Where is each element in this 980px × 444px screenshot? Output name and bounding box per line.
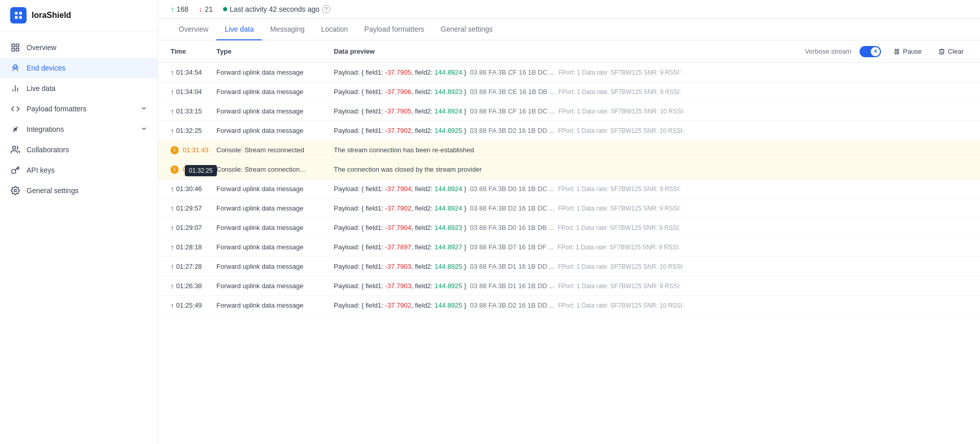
row-time: ↑01:32:25	[170, 127, 216, 135]
sidebar-item-payload-formatters[interactable]: Payload formatters	[0, 99, 158, 119]
payload-end: }	[462, 68, 467, 76]
pause-label: Pause	[903, 48, 922, 55]
table-row[interactable]: ↑01:34:54Forward uplink data messagePayl…	[158, 63, 980, 82]
sidebar-item-label: Collaborators	[27, 146, 69, 154]
payload-label: Payload: { field1:	[334, 88, 385, 96]
payload-end: }	[462, 301, 467, 309]
meta-data: FPort: 1 Data rate: SF7BW125 SNR: 9 RSSI…	[558, 185, 680, 193]
chevron-down-icon	[140, 105, 148, 113]
field1-value: -37.7902	[385, 127, 411, 134]
payload-end: }	[462, 107, 467, 115]
table-row[interactable]: ↑01:29:07Forward uplink data messagePayl…	[158, 218, 980, 238]
row-data-value: Payload: { field1: -37.7902, field2: 144…	[334, 301, 968, 309]
field1-value: -37.7902	[385, 204, 411, 212]
meta-data: FPort: 1 Data rate: SF7BW125 SNR: 9 RSSI…	[558, 205, 680, 212]
sidebar-item-label: General settings	[27, 186, 79, 195]
help-icon[interactable]: ?	[322, 5, 330, 13]
table-row[interactable]: ↑01:27:28Forward uplink data messagePayl…	[158, 257, 980, 276]
field1-value: -37.7903	[385, 263, 411, 270]
svg-point-15	[13, 146, 16, 149]
row-type-value: Forward uplink data message	[216, 204, 334, 212]
payload-label: Payload: { field1:	[334, 263, 385, 270]
row-time-value: 01:33:15	[176, 107, 202, 115]
row-data-value: The stream connection has been re-establ…	[334, 146, 968, 154]
table-row[interactable]: i01:31:36Console: Stream connection…The …	[158, 160, 980, 179]
up-stat: ↑ 168	[170, 5, 188, 13]
table-row[interactable]: i01:31:43Console: Stream reconnectedThe …	[158, 141, 980, 160]
pause-button[interactable]: Pause	[889, 45, 926, 57]
svg-point-8	[14, 65, 17, 68]
row-time: ↑01:30:46	[170, 185, 216, 193]
field-sep: , field2:	[411, 107, 435, 115]
tab-overview[interactable]: Overview	[170, 19, 216, 40]
sidebar-item-integrations[interactable]: Integrations	[0, 119, 158, 139]
field-sep: , field2:	[411, 282, 435, 290]
table-row[interactable]: ↑01:32:25Forward uplink data messagePayl…	[158, 121, 980, 141]
tab-payload-formatters[interactable]: Payload formatters	[356, 19, 433, 40]
meta-data: FPort: 1 Data rate: SF7BW125 SNR: 9 RSSI…	[558, 88, 681, 96]
activity-text: Last activity 42 seconds ago	[230, 5, 320, 13]
uplink-arrow-icon: ↑	[170, 224, 174, 232]
down-arrow-icon: ↓	[199, 5, 202, 13]
row-time: ↑01:34:04	[170, 88, 216, 96]
tab-general-settings[interactable]: General settings	[432, 19, 501, 40]
table-row[interactable]: ↑01:34:04Forward uplink data messagePayl…	[158, 82, 980, 102]
field2-value: 144.8923	[434, 88, 462, 96]
row-time-value: 01:27:28	[176, 263, 202, 270]
verbose-label: Verbose stream	[805, 48, 851, 55]
sidebar-item-general-settings[interactable]: General settings	[0, 180, 158, 201]
row-data-value: Payload: { field1: -37.7902, field2: 144…	[334, 204, 968, 212]
uplink-arrow-icon: ↑	[170, 127, 174, 135]
uplink-arrow-icon: ↑	[170, 204, 174, 213]
payload-end: }	[462, 185, 467, 193]
verbose-toggle[interactable]: ✕	[860, 46, 881, 57]
payload-label: Payload: { field1:	[334, 301, 385, 309]
row-time: ↑01:25:49	[170, 301, 216, 310]
bar-chart-icon	[10, 83, 20, 94]
tab-live-data[interactable]: Live data	[216, 19, 262, 40]
table-row[interactable]: ↑01:30:46Forward uplink data messagePayl…	[158, 179, 980, 199]
sidebar-item-overview[interactable]: Overview	[0, 37, 158, 58]
row-time-value: 01:30:46	[176, 185, 202, 193]
row-type-value: Forward uplink data message	[216, 301, 334, 309]
main-content: ↑ 168 ↓ 21 Last activity 42 seconds ago …	[158, 0, 980, 444]
field1-value: -37.7897	[385, 243, 411, 251]
row-time-value: 01:32:25	[176, 127, 202, 134]
table-row[interactable]: ↑01:33:15Forward uplink data messagePayl…	[158, 102, 980, 121]
field2-value: 144.8925	[434, 263, 462, 270]
sidebar-item-collaborators[interactable]: Collaborators	[0, 139, 158, 160]
clear-button[interactable]: Clear	[934, 45, 968, 57]
row-time: ↑01:28:18	[170, 243, 216, 251]
hex-data: 03 88 FA 3B D2 16 1B DD ...	[470, 301, 554, 309]
app-logo[interactable]: loraShield	[0, 0, 158, 31]
row-time-value: 01:26:38	[176, 282, 202, 290]
sidebar-item-live-data[interactable]: Live data	[0, 78, 158, 99]
payload-label: Payload: { field1:	[334, 127, 385, 134]
tab-location[interactable]: Location	[313, 19, 356, 40]
payload-label: Payload: { field1:	[334, 107, 385, 115]
table-row[interactable]: ↑01:29:57Forward uplink data messagePayl…	[158, 199, 980, 218]
up-arrow-icon: ↑	[170, 5, 174, 13]
grid-icon	[10, 42, 20, 53]
row-time-value: 01:29:57	[176, 204, 202, 212]
table-row[interactable]: ↑01:28:18Forward uplink data messagePayl…	[158, 238, 980, 257]
activity-dot-icon	[223, 7, 227, 11]
logo-icon	[10, 7, 27, 24]
table-row[interactable]: ↑01:25:49Forward uplink data messagePayl…	[158, 296, 980, 315]
field1-value: -37.7906	[385, 88, 411, 96]
sidebar-item-end-devices[interactable]: End devices	[0, 58, 158, 78]
hex-data: 03 88 FA 3B D2 16 1B DC ...	[470, 204, 554, 212]
sidebar-item-label: Overview	[27, 43, 56, 52]
row-type-value: Console: Stream connection…	[216, 166, 334, 173]
hex-data: 03 88 FA 3B CE 16 1B DB ...	[470, 88, 555, 96]
sidebar-item-api-keys[interactable]: API keys	[0, 160, 158, 180]
tab-messaging[interactable]: Messaging	[262, 19, 313, 40]
row-type-value: Forward uplink data message	[216, 185, 334, 193]
row-data-value: Payload: { field1: -37.7902, field2: 144…	[334, 127, 968, 134]
field-sep: , field2:	[411, 204, 435, 212]
row-data-value: Payload: { field1: -37.7906, field2: 144…	[334, 88, 968, 96]
col-time-header: Time	[170, 48, 216, 55]
row-time: ↑01:26:38	[170, 282, 216, 290]
table-row[interactable]: ↑01:26:38Forward uplink data messagePayl…	[158, 276, 980, 296]
row-type-value: Forward uplink data message	[216, 107, 334, 115]
